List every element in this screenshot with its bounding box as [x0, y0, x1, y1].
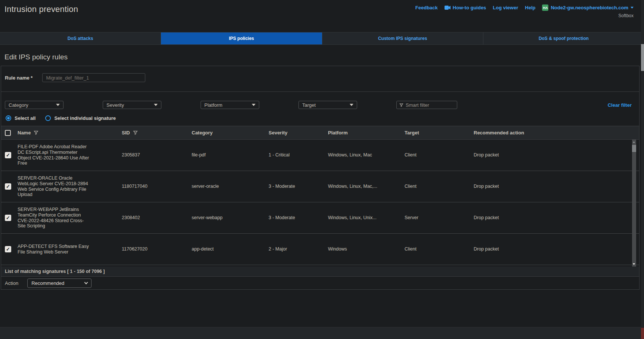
signature-category: server-oracle — [192, 184, 269, 189]
select-individual-radio[interactable]: Select individual signature — [45, 115, 116, 121]
action-select[interactable]: Recommended — [27, 279, 92, 288]
signature-action: Drop packet — [474, 152, 639, 158]
column-header-recommended-action: Recommended action — [474, 130, 639, 136]
hostname: Node2-gw.neospherebiotech.com — [551, 5, 628, 10]
select-all-checkbox[interactable] — [5, 130, 11, 136]
log-viewer-link[interactable]: Log viewer — [493, 5, 518, 10]
appliance-menu[interactable]: HA Node2-gw.neospherebiotech.com — [542, 4, 634, 11]
signature-sid: 1180717040 — [122, 184, 192, 189]
filter-funnel-icon[interactable] — [34, 130, 38, 135]
rule-name-label: Rule name * — [5, 75, 32, 81]
signature-severity: 1 - Critical — [269, 152, 328, 158]
row-checkbox[interactable] — [5, 246, 11, 252]
results-summary-text: List of matching signatures [ 1 - 150 of… — [5, 269, 105, 274]
device-model-label: Softbox — [618, 13, 634, 18]
signature-severity: 3 - Moderate — [269, 215, 328, 221]
action-label: Action — [5, 280, 18, 286]
signature-sid: 1170627020 — [122, 246, 192, 252]
tab-dos-attacks[interactable]: DoS attacks — [0, 32, 161, 44]
chevron-down-icon — [56, 104, 60, 106]
smart-filter-field — [396, 101, 457, 109]
signatures-table-header: Name SID Category Severity Platform Targ… — [1, 126, 639, 140]
signature-name: FILE-PDF Adobe Acrobat Reader DC EScript… — [18, 144, 122, 166]
chevron-down-icon — [252, 104, 256, 106]
clear-filter-link[interactable]: Clear filter — [608, 102, 632, 108]
signature-platform: Windows — [328, 246, 405, 252]
bottom-strip — [0, 327, 644, 339]
radio-unselected-icon — [45, 115, 51, 121]
tab-ips-policies[interactable]: IPS policies — [161, 32, 322, 44]
table-scrollbar-thumb[interactable] — [632, 145, 636, 152]
help-link[interactable]: Help — [525, 5, 535, 10]
column-header-category: Category — [192, 130, 269, 136]
action-row: Action Recommended — [1, 277, 639, 289]
signature-target: Client — [405, 184, 474, 189]
signature-platform: Windows, Linux, Mac,... — [328, 184, 405, 189]
signature-target: Server — [405, 215, 474, 221]
signature-platform: Windows, Linux, Unix... — [328, 215, 405, 221]
signature-name: APP-DETECT EFS Software Easy File Sharin… — [18, 244, 122, 255]
signature-name: SERVER-ORACLE Oracle WebLogic Server CVE… — [18, 175, 122, 198]
select-all-radio[interactable]: Select all — [6, 115, 35, 121]
signature-action: Drop packet — [474, 184, 639, 189]
signature-action: Drop packet — [474, 215, 639, 221]
signature-platform: Windows, Linux, Mac — [328, 152, 405, 158]
table-row: SERVER-ORACLE Oracle WebLogic Server CVE… — [1, 171, 639, 202]
category-dropdown[interactable]: Category — [5, 101, 64, 109]
signature-category: file-pdf — [192, 152, 269, 158]
selection-mode-row: Select all Select individual signature — [1, 109, 639, 126]
page-scrollbar-bottom — [641, 328, 644, 339]
row-checkbox[interactable] — [5, 183, 11, 190]
top-header: Intrusion prevention Feedback How-to gui… — [0, 0, 644, 32]
severity-dropdown[interactable]: Severity — [103, 101, 161, 109]
tab-dos-spoof-protection[interactable]: DoS & spoof protection — [483, 32, 644, 44]
row-checkbox[interactable] — [5, 215, 11, 221]
signatures-table-body: FILE-PDF Adobe Acrobat Reader DC EScript… — [1, 140, 639, 267]
signature-severity: 3 - Moderate — [269, 184, 328, 189]
how-to-guides-link[interactable]: How-to guides — [445, 5, 486, 10]
chevron-down-icon — [84, 281, 88, 284]
column-header-target: Target — [405, 130, 474, 136]
table-row: SERVER-WEBAPP JetBrains TeamCity Perforc… — [1, 202, 639, 234]
chevron-down-icon — [350, 104, 353, 106]
platform-dropdown[interactable]: Platform — [201, 101, 259, 109]
tab-custom-ips-signatures[interactable]: Custom IPS signatures — [322, 32, 483, 44]
edit-policy-panel: Rule name * Category Severity Platform T… — [1, 66, 640, 290]
page-scrollbar[interactable] — [641, 0, 644, 339]
rule-name-row: Rule name * — [1, 66, 639, 91]
signature-target: Client — [405, 246, 474, 252]
signature-sid: 2308402 — [122, 215, 192, 221]
signature-sid: 2305837 — [122, 152, 192, 158]
signature-target: Client — [405, 152, 474, 158]
smart-filter-input[interactable] — [406, 102, 451, 108]
target-dropdown[interactable]: Target — [298, 101, 357, 109]
column-header-sid[interactable]: SID — [122, 130, 192, 136]
section-title: Edit IPS policy rules — [0, 45, 644, 66]
scroll-up-arrow-icon[interactable] — [633, 141, 635, 143]
signature-action: Drop packet — [474, 246, 639, 252]
table-scrollbar[interactable] — [632, 140, 636, 267]
select-all-checkbox-cell — [1, 130, 18, 136]
page-scrollbar-thumb[interactable] — [641, 44, 644, 71]
column-header-name[interactable]: Name — [18, 130, 122, 136]
feedback-link[interactable]: Feedback — [415, 5, 438, 10]
header-links: Feedback How-to guides Log viewer Help H… — [415, 4, 634, 11]
column-header-platform: Platform — [328, 130, 405, 136]
row-checkbox[interactable] — [5, 152, 11, 158]
signature-category: server-webapp — [192, 215, 269, 221]
filter-funnel-icon — [399, 103, 403, 107]
results-summary-bar: List of matching signatures [ 1 - 150 of… — [1, 267, 639, 277]
rule-name-input[interactable] — [42, 73, 145, 82]
table-row: FILE-PDF Adobe Acrobat Reader DC EScript… — [1, 140, 639, 171]
table-row: APP-DETECT EFS Software Easy File Sharin… — [1, 234, 639, 265]
tab-bar: DoS attacks IPS policies Custom IPS sign… — [0, 32, 644, 45]
video-camera-icon — [445, 6, 451, 10]
column-header-severity: Severity — [269, 130, 328, 136]
filter-funnel-icon[interactable] — [133, 130, 138, 135]
signature-category: app-detect — [192, 246, 269, 252]
filter-row: Category Severity Platform Target Clear … — [1, 92, 639, 109]
page-title: Intrusion prevention — [4, 4, 78, 32]
chevron-down-icon — [154, 104, 158, 106]
scroll-down-arrow-icon[interactable] — [633, 263, 635, 265]
ha-badge: HA — [542, 4, 548, 11]
